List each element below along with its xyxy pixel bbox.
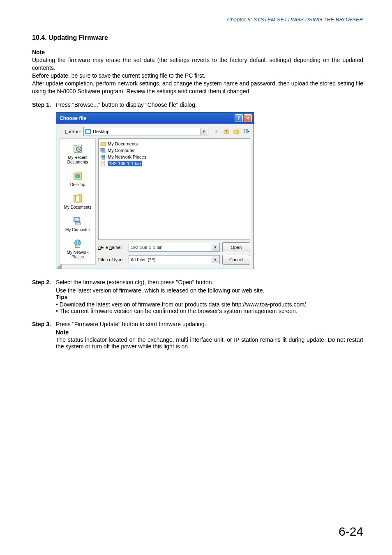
page-number: 6-24 [339,525,363,539]
step3-text: Press "Firmware Update" button to start … [56,321,363,327]
chevron-down-icon[interactable]: ▼ [200,128,207,135]
places-bar: My Recent Documents Desktop [60,138,96,265]
step2-text: Select the firmware (extension cfg), the… [56,279,363,286]
svg-rect-14 [75,245,80,248]
dialog-titlebar[interactable]: Choose file ? × [56,113,254,124]
places-mycomp[interactable]: My Computer [60,214,95,235]
dialog-close-button[interactable]: × [244,114,252,122]
places-mynet[interactable]: My Network Places [60,236,95,262]
svg-rect-4 [246,129,248,131]
dialog-title: Choose file [60,115,86,121]
open-button[interactable]: Open [222,242,250,252]
cancel-button[interactable]: Cancel [222,255,250,265]
places-mydocs[interactable]: My Documents [60,191,95,212]
places-desktop[interactable]: Desktop [60,168,95,189]
dialog-help-button[interactable]: ? [235,114,243,122]
step1-text: Press "Browse..." button to display "Cho… [56,101,363,108]
note-text: Updating the firmware may erase the set … [32,56,363,95]
svg-rect-18 [102,158,105,159]
lookin-value: Desktop [93,129,198,134]
svg-rect-9 [75,196,79,201]
list-item-selected[interactable]: 192-168-1-1.bin [100,160,248,167]
file-icon [100,161,106,166]
up-one-level-button[interactable] [222,127,231,136]
step1-label: Step 1. [32,101,56,108]
note-heading: Note [32,49,363,55]
svg-rect-3 [244,129,245,131]
list-item[interactable]: My Documents [100,140,248,147]
step3-note-text: The status indicator located on the exch… [56,336,363,350]
filetype-combo[interactable]: All Files (*.*) ▼ [129,255,220,264]
recent-documents-icon [71,142,84,155]
svg-rect-5 [244,131,245,133]
folder-icon [100,141,106,147]
tips-heading: Tips [56,294,363,300]
lookin-combo[interactable]: Desktop ▼ [83,127,208,136]
svg-point-17 [101,155,105,158]
svg-rect-19 [101,161,105,166]
places-desktop-label: Desktop [70,182,85,187]
filename-value: 192-168-1-1.bin [131,245,163,250]
filename-input[interactable]: 192-168-1-1.bin ▼ [129,243,220,252]
svg-rect-16 [102,152,105,153]
filename-label: nFile name:File name: [98,245,126,250]
step2-label: Step 2. [32,279,56,286]
list-item-label: My Documents [108,141,138,146]
svg-rect-6 [246,131,248,133]
places-recent-label: My Recent Documents [61,155,95,164]
computer-icon [100,147,106,153]
desktop-icon [85,128,91,135]
svg-rect-15 [101,148,104,151]
list-item-label: 192-168-1-1.bin [108,161,142,166]
svg-rect-1 [86,130,90,133]
chevron-down-icon[interactable]: ▼ [212,256,219,263]
places-recent[interactable]: My Recent Documents [60,141,95,167]
svg-point-2 [237,129,239,131]
svg-rect-12 [75,223,81,225]
svg-rect-11 [75,218,79,221]
chapter-header: Chapter 6: SYSTEM SETTINGS USING THE BRO… [32,16,363,23]
filetype-value: All Files (*.*) [131,257,156,262]
chevron-down-icon[interactable]: ▼ [212,244,219,251]
places-mycomp-label: My Computer [65,228,90,232]
desktop-place-icon [71,169,84,182]
new-folder-button[interactable] [232,127,240,136]
mynet-place-icon [71,237,84,250]
list-item-label: My Network Places [108,154,146,159]
mycomp-place-icon [71,214,84,228]
lookin-label: Look in: [60,129,81,134]
mydocs-place-icon [71,192,84,205]
views-button[interactable] [242,127,250,136]
section-title: 10.4. Updating Firmware [32,34,363,41]
step2-subtext: Use the latest version of firmware, whic… [56,287,363,294]
list-item-label: My Computer [108,148,135,153]
tip-2: • The current firmware version can be co… [56,308,363,314]
list-item[interactable]: My Network Places [100,154,248,160]
tip-1: • Download the latest version of firmwar… [56,301,363,308]
places-mynet-label: My Network Places [61,250,95,259]
places-mydocs-label: My Documents [64,205,92,210]
step3-note-heading: Note [56,329,363,336]
network-icon [100,154,106,160]
list-item[interactable]: My Computer [100,147,248,154]
back-button[interactable] [212,127,221,136]
file-list[interactable]: My Documents My Computer My Network Plac… [98,138,250,240]
filetype-label: Files of type: [98,257,126,262]
choose-file-dialog: Choose file ? × Look in: Desktop ▼ [56,112,254,269]
svg-rect-8 [75,175,80,178]
step3-label: Step 3. [32,321,56,327]
